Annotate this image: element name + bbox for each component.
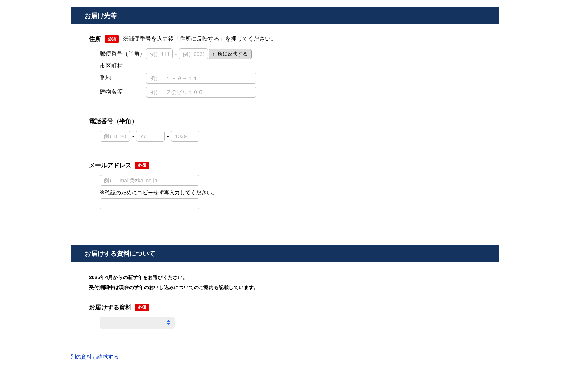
reflect-address-button[interactable]: 住所に反映する [209,49,252,59]
building-input[interactable] [146,87,256,98]
city-label: 市区町村 [100,62,146,70]
email-confirm-input[interactable] [100,198,200,209]
section-header-delivery: お届け先等 [71,7,499,24]
address-label: 住所 [89,35,101,43]
materials-label: お届けする資料 [89,303,131,312]
phone-input-2[interactable] [136,131,165,142]
zip-separator: - [175,51,177,57]
required-badge: 必須 [135,304,149,311]
required-badge: 必須 [135,162,149,169]
phone-input-1[interactable] [100,131,130,142]
intro-line-2: 受付期間中は現在の学年のお申し込みについてのご案内も記載しています。 [89,284,481,291]
phone-label: 電話番号（半角） [89,117,138,125]
email-confirm-note: ※確認のためにコピーせず再入力してください。 [100,189,481,196]
section-header-materials: お届けする資料について [71,245,499,262]
email-group: メールアドレス 必須 ※確認のためにコピーせず再入力してください。 [89,161,481,209]
section-title: お届け先等 [85,12,117,19]
email-label: メールアドレス [89,161,131,169]
phone-separator-1: - [132,133,134,140]
materials-intro: 2025年4月からの新学年をお選びください。 受付期間中は現在の学年のお申し込み… [89,275,481,291]
email-input[interactable] [100,175,200,186]
phone-group: 電話番号（半角） - - [89,117,481,142]
request-more-link[interactable]: 別の資料も請求する [71,354,119,360]
zip-input-2[interactable] [179,48,208,59]
materials-select-wrapper [100,317,175,329]
phone-separator-2: - [167,133,169,140]
address-note: ※郵便番号を入力後「住所に反映する」を押してください。 [123,35,276,43]
intro-line-1: 2025年4月からの新学年をお選びください。 [89,275,481,281]
street-input[interactable] [146,73,256,84]
phone-input-3[interactable] [171,131,200,142]
materials-select[interactable] [100,317,175,329]
address-group: 住所 必須 ※郵便番号を入力後「住所に反映する」を押してください。 郵便番号（半… [89,35,481,98]
street-label: 番地 [100,74,146,82]
zip-label: 郵便番号（半角） [100,50,146,58]
building-label: 建物名等 [100,88,146,96]
zip-input-1[interactable] [146,48,173,59]
section-title: お届けする資料について [85,250,155,257]
required-badge: 必須 [105,35,119,43]
